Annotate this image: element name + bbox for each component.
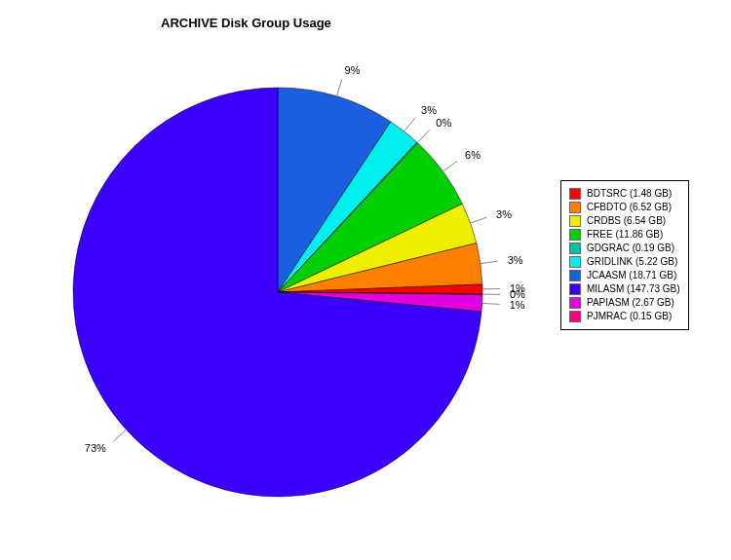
legend: BDTSRC (1.48 GB)CFBDTO (6.52 GB)CRDBS (6… xyxy=(560,180,689,330)
legend-swatch xyxy=(569,297,581,309)
legend-swatch xyxy=(569,243,581,254)
legend-row-gridlink: GRIDLINK (5.22 GB) xyxy=(569,255,680,269)
legend-label: CFBDTO (6.52 GB) xyxy=(587,201,672,214)
legend-label: GDGRAC (0.19 GB) xyxy=(587,242,674,255)
legend-row-pjmrac: PJMRAC (0.15 GB) xyxy=(569,310,680,323)
label-line xyxy=(471,217,487,223)
legend-label: BDTSRC (1.48 GB) xyxy=(587,187,672,201)
legend-label: CRDBS (6.54 GB) xyxy=(587,214,666,228)
legend-row-crdbs: CRDBS (6.54 GB) xyxy=(569,214,680,228)
label-line xyxy=(404,118,415,131)
legend-row-cfbdto: CFBDTO (6.52 GB) xyxy=(569,201,680,214)
chart-title: ARCHIVE Disk Group Usage xyxy=(161,16,331,30)
slice-label-papiasm: 1% xyxy=(510,299,525,311)
slice-label-gdgrac: 0% xyxy=(436,117,451,129)
label-line xyxy=(482,303,500,304)
legend-label: MILASM (147.73 GB) xyxy=(587,282,680,296)
legend-row-papiasm: PAPIASM (2.67 GB) xyxy=(569,296,680,310)
legend-row-gdgrac: GDGRAC (0.19 GB) xyxy=(569,242,680,255)
slice-label-gridlink: 3% xyxy=(421,104,437,116)
legend-row-jcaasm: JCAASM (18.71 GB) xyxy=(569,269,680,282)
legend-label: GRIDLINK (5.22 GB) xyxy=(587,255,677,269)
slice-label-jcaasm: 9% xyxy=(345,64,361,76)
label-line xyxy=(337,80,342,96)
legend-row-milasm: MILASM (147.73 GB) xyxy=(569,282,680,296)
legend-swatch xyxy=(569,256,581,268)
legend-swatch xyxy=(569,202,581,213)
label-line xyxy=(113,429,126,441)
legend-label: PAPIASM (2.67 GB) xyxy=(587,296,674,310)
slice-label-cfbdto: 3% xyxy=(508,254,523,266)
legend-swatch xyxy=(569,270,581,281)
legend-row-free: FREE (11.86 GB) xyxy=(569,228,680,242)
slice-label-milasm: 73% xyxy=(85,442,106,454)
legend-label: PJMRAC (0.15 GB) xyxy=(587,310,672,323)
legend-label: FREE (11.86 GB) xyxy=(587,228,663,242)
legend-row-bdtsrc: BDTSRC (1.48 GB) xyxy=(569,187,680,201)
slice-label-free: 6% xyxy=(465,149,481,161)
slice-label-crdbs: 3% xyxy=(496,208,512,220)
legend-label: JCAASM (18.71 GB) xyxy=(587,269,676,282)
label-line xyxy=(417,130,429,142)
legend-swatch xyxy=(569,188,581,200)
label-line xyxy=(442,161,457,171)
pie-chart-area: 9%3%0%6%3%3%1%0%1%73% xyxy=(19,39,536,545)
label-line xyxy=(481,261,498,264)
legend-swatch xyxy=(569,283,581,295)
pie-chart: 9%3%0%6%3%3%1%0%1%73% xyxy=(19,39,536,545)
legend-swatch xyxy=(569,229,581,241)
legend-swatch xyxy=(569,215,581,227)
legend-swatch xyxy=(569,311,581,322)
